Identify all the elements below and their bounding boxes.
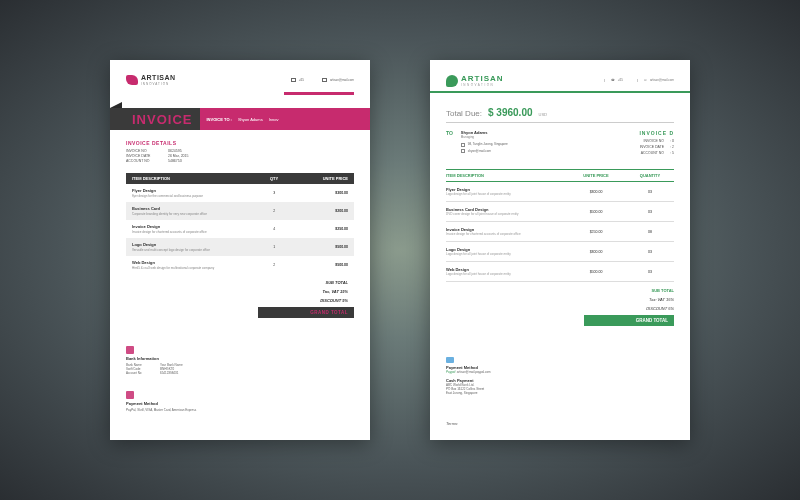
bank-icon bbox=[126, 346, 134, 354]
terms-label: Terms: bbox=[446, 421, 458, 426]
discount-label: DISCOUNT 5% bbox=[288, 298, 348, 303]
table-row: Business CardCorporate branding identity… bbox=[126, 202, 354, 220]
paypal-icon bbox=[446, 357, 454, 363]
table-row: Logo DesignLogo design for all joint hou… bbox=[446, 242, 674, 262]
totals: SUB TOTAL Tax, VAT 15% DISCOUNT 5% GRAND… bbox=[126, 278, 354, 318]
invoice-to-extra: Innov bbox=[269, 117, 279, 122]
phone: +65 bbox=[299, 78, 304, 82]
invoice-page-green: ARTISAN INNOVATION ☎+65 ✉artisan@mail.co… bbox=[430, 60, 690, 440]
accent-rule bbox=[430, 91, 690, 93]
brand-name: ARTISAN bbox=[461, 74, 504, 83]
col-price: UNITE PRICE bbox=[291, 176, 348, 181]
to-sub: Managing bbox=[461, 135, 632, 139]
brand-name: ARTISAN bbox=[141, 74, 176, 81]
brand-sub: INNOVATION bbox=[461, 83, 504, 87]
total-currency: USD bbox=[539, 112, 547, 117]
total-label: Total Due: bbox=[446, 109, 482, 118]
pin-icon bbox=[461, 143, 465, 147]
meta-title: INVOICE D bbox=[639, 130, 674, 136]
invoice-meta: INVOICE D INVOICE NO: 0 INVOICE DATE: 2 … bbox=[639, 130, 674, 157]
mail-icon: ✉ bbox=[644, 79, 647, 83]
table-row: Flyer Designflyer design for the commerc… bbox=[126, 184, 354, 202]
table-row: Web DesignHtml5 & css3 web design for mu… bbox=[126, 256, 354, 274]
grand-total: GRAND TOTAL bbox=[258, 307, 354, 318]
mail-icon bbox=[461, 149, 465, 153]
bank-title: Bank Information bbox=[126, 356, 183, 361]
phone-icon: ☎ bbox=[611, 79, 615, 83]
table-row: Web DesignLogo design for all joint hous… bbox=[446, 262, 674, 282]
invoice-to-strip: INVOICE TO : Shyon Adams Innov bbox=[200, 108, 370, 130]
invoice-to-name: Shyon Adams bbox=[238, 117, 263, 122]
contact-block: +65 artisan@mail.com bbox=[291, 78, 354, 82]
table-row: Invoice DesignInvoice design for charter… bbox=[126, 220, 354, 238]
phone-icon bbox=[291, 78, 296, 82]
invoice-details: INVOICE DETAILS INVOICE NO0624595 INVOIC… bbox=[126, 140, 354, 163]
header: ARTISAN INNOVATION +65 artisan@mail.com bbox=[126, 74, 354, 86]
col-description: ITEM DESCRIPTION bbox=[446, 173, 566, 178]
grand-total: GRAND TOTAL bbox=[584, 315, 674, 326]
logo: ARTISAN INNOVATION bbox=[126, 74, 176, 86]
col-qty: QUANTITY bbox=[626, 173, 674, 178]
invoice-title: INVOICE bbox=[132, 112, 192, 127]
table-row: Invoice DesignInvoice design for charter… bbox=[446, 222, 674, 242]
col-description: ITEM DESCRIPTION bbox=[132, 176, 257, 181]
logo-icon bbox=[446, 75, 458, 87]
header: ARTISAN INNOVATION ☎+65 ✉artisan@mail.co… bbox=[446, 74, 674, 87]
total-due: Total Due: $ 3960.00 USD bbox=[446, 107, 674, 118]
col-price: UNITE PRICE bbox=[566, 173, 626, 178]
table-header: ITEM DESCRIPTION QTY UNITE PRICE bbox=[126, 173, 354, 184]
total-amount: $ 3960.00 bbox=[488, 107, 533, 118]
email: artisan@mail.com bbox=[330, 78, 354, 82]
logo-icon bbox=[126, 75, 138, 85]
contact-block: ☎+65 ✉artisan@mail.com bbox=[604, 79, 674, 83]
invoice-to-label: INVOICE TO : bbox=[206, 117, 231, 122]
invoice-banner: INVOICE INVOICE TO : Shyon Adams Innov bbox=[110, 108, 370, 130]
brand-sub: INNOVATION bbox=[141, 82, 176, 86]
totals: SUB TOTAL Tax: VAT 15% DISCOUNT 5% GRAND… bbox=[446, 286, 674, 326]
table-row: Business Card DesignDVD cover design for… bbox=[446, 202, 674, 222]
discount-label: DISCOUNT 5% bbox=[614, 306, 674, 311]
table-header: ITEM DESCRIPTION UNITE PRICE QUANTITY bbox=[446, 169, 674, 182]
accent-bar bbox=[284, 92, 354, 95]
mail-icon bbox=[322, 78, 327, 82]
tax-label: Tax, VAT 15% bbox=[288, 289, 348, 294]
bill-to: TO Shyon Adams Managing 98, Tanglin Juro… bbox=[446, 130, 674, 157]
subtotal-label: SUB TOTAL bbox=[288, 280, 348, 285]
tax-label: Tax: VAT 15% bbox=[614, 297, 674, 302]
payment-title: Payment Method bbox=[126, 401, 196, 406]
table-row: Flyer DesignLogo design for all joint ho… bbox=[446, 182, 674, 202]
invoice-page-magenta: ARTISAN INNOVATION +65 artisan@mail.com … bbox=[110, 60, 370, 440]
col-qty: QTY bbox=[257, 176, 291, 181]
payment-icon bbox=[126, 391, 134, 399]
to-label: TO bbox=[446, 130, 453, 157]
footer: Payment Method Paypal: artisan@mail.payp… bbox=[446, 357, 491, 395]
subtotal-label: SUB TOTAL bbox=[614, 288, 674, 293]
table-row: Logo DesignVersatile and multi concept l… bbox=[126, 238, 354, 256]
details-title: INVOICE DETAILS bbox=[126, 140, 354, 146]
payment-text: PayPal, Skrill, VISA, Master Card, Ameri… bbox=[126, 408, 196, 412]
